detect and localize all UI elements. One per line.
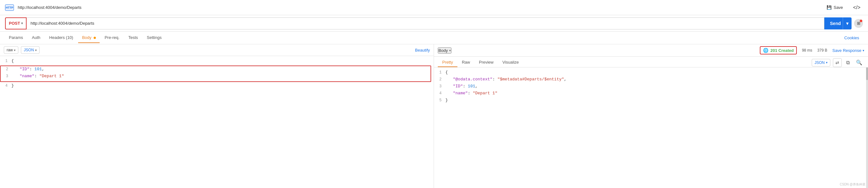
copy-response-button[interactable]: ⧉ [844,59,851,66]
method-chevron-icon: ▾ [21,22,23,25]
response-json-dropdown[interactable]: JSON ▾ [812,59,830,66]
code-line-3: 3 "name": "Depart 1" [1,74,431,81]
code-line-1: 1 { [0,59,434,65]
line-content-1: { [11,59,14,63]
scrollbar[interactable] [866,67,868,188]
resp-line-content-5: } [445,98,448,102]
response-body-dropdown[interactable]: Body ▾ [438,48,452,54]
tab-settings[interactable]: Settings [143,33,165,43]
tab-cookies[interactable]: Cookies [840,33,863,43]
status-badge: 🌐 201 Created [760,46,797,55]
send-label: Send [830,21,843,26]
resp-code-line-5: 5 } [434,98,868,105]
wrap-icon: ⇄ [835,60,839,65]
wrap-lines-button[interactable]: ⇄ [833,58,842,67]
save-button[interactable]: 💾 Save [824,4,845,11]
url-input[interactable] [27,18,824,29]
tab-body[interactable]: Body [78,33,99,43]
resp-line-num-1: 1 [434,70,445,75]
request-bar: POST ▾ Send ▾ ⊞ [0,15,868,32]
search-response-button[interactable]: 🔍 [854,59,864,66]
status-text: 201 Created [770,48,794,53]
save-icon: 💾 [827,5,832,10]
resp-line-num-2: 2 [434,77,445,82]
resp-tab-preview[interactable]: Preview [474,58,498,67]
json-format-button[interactable]: JSON ▾ [21,46,39,54]
body-dot [94,37,96,39]
raw-chevron-icon: ▾ [14,49,16,52]
line-number-4: 4 [0,83,11,88]
method-label: POST [9,21,20,26]
resp-json-chevron: ▾ [826,61,828,64]
search-icon: 🔍 [856,60,862,65]
code-button[interactable]: </> [850,3,863,12]
line-content-2: "ID": 101, [12,67,44,71]
tab-tests[interactable]: Tests [125,33,142,43]
main-content: raw ▾ JSON ▾ Beautify 1 { 2 "ID": 101, [0,44,868,188]
resp-line-content-1: { [445,70,448,75]
tab-auth[interactable]: Auth [28,33,44,43]
app-icon: HTTP [5,4,14,11]
top-bar: HTTP http://localhost:4004/demo/Departs … [0,0,868,15]
code-line-4: 4 } [0,83,434,90]
response-time: 98 ms [802,48,812,53]
line-number-3: 3 [1,74,12,79]
watermark: CSDN @养鱼种菜 [840,182,865,187]
resp-code-line-1: 1 { [434,70,868,77]
save-response-button[interactable]: Save Response ▾ [832,48,864,53]
response-tabs: Pretty Raw Preview Visualize JSON ▾ ⇄ ⧉ … [434,57,868,67]
resp-code-line-4: 4 "name": "Depart 1" [434,91,868,98]
resp-line-num-4: 4 [434,91,445,96]
notification-icon[interactable]: ⊞ [854,19,863,28]
beautify-button[interactable]: Beautify [415,48,430,53]
line-number-2: 2 [1,67,12,71]
line-content-4: } [11,83,14,88]
send-button[interactable]: Send ▾ [824,18,851,29]
code-line-2: 2 "ID": 101, [1,67,431,74]
tab-prereq[interactable]: Pre-req. [101,33,123,43]
resp-line-content-2: "@odata.context": "$metadata#Departs/$en… [445,77,566,82]
resp-line-num-3: 3 [434,84,445,89]
resp-tab-pretty[interactable]: Pretty [438,58,457,67]
resp-code-line-2: 2 "@odata.context": "$metadata#Departs/$… [434,77,868,84]
copy-icon: ⧉ [846,60,850,65]
top-bar-url: http://localhost:4004/demo/Departs [18,5,820,10]
line-content-3: "name": "Depart 1" [12,74,64,79]
request-tabs: Params Auth Headers (10) Body Pre-req. T… [0,32,868,44]
resp-line-content-3: "ID": 101, [445,84,478,89]
method-button[interactable]: POST ▾ [5,18,27,29]
left-panel: raw ▾ JSON ▾ Beautify 1 { 2 "ID": 101, [0,44,434,188]
top-bar-actions: 💾 Save </> [824,3,863,12]
tab-params[interactable]: Params [5,33,27,43]
notification-dot [860,20,862,22]
line-number-1: 1 [0,59,11,63]
resp-line-content-4: "name": "Depart 1" [445,91,497,96]
raw-button[interactable]: raw ▾ [4,46,18,54]
json-chevron-icon: ▾ [35,49,37,52]
right-panel: Body ▾ 🌐 201 Created 98 ms 379 B Save Re… [434,44,868,188]
request-body-editor[interactable]: 1 { 2 "ID": 101, 3 "name": "Depart 1" 4 … [0,56,434,188]
resp-code-line-3: 3 "ID": 101, [434,84,868,91]
scrollbar-thumb[interactable] [866,67,868,80]
response-body: 1 { 2 "@odata.context": "$metadata#Depar… [434,67,868,188]
save-response-chevron: ▾ [863,49,864,52]
resp-tab-raw[interactable]: Raw [457,58,474,67]
tab-headers[interactable]: Headers (10) [45,33,77,43]
resp-line-num-5: 5 [434,98,445,102]
globe-icon: 🌐 [763,48,768,53]
send-dropdown-icon[interactable]: ▾ [843,18,851,29]
right-toolbar: Body ▾ 🌐 201 Created 98 ms 379 B Save Re… [434,44,868,57]
left-toolbar: raw ▾ JSON ▾ Beautify [0,44,434,56]
body-highlight-box: 2 "ID": 101, 3 "name": "Depart 1" [0,65,431,82]
body-dropdown-chevron: ▾ [449,49,451,52]
response-format: JSON ▾ ⇄ ⧉ 🔍 [812,58,864,67]
resp-tab-visualize[interactable]: Visualize [498,58,523,67]
response-size: 379 B [817,48,827,53]
